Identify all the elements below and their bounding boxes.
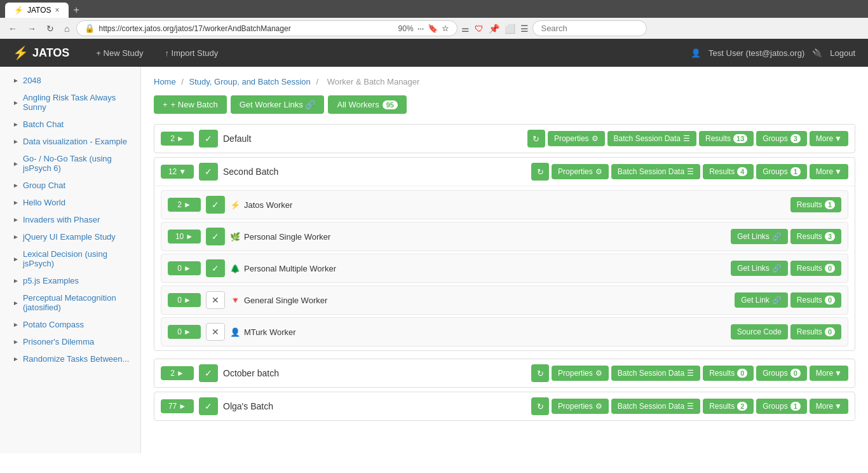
breadcrumb-home[interactable]: Home [154, 77, 176, 86]
worker-gsingle-actions: Get Link 🔗 Results 0 [735, 292, 841, 308]
batch-october-active-btn[interactable]: ✓ [199, 364, 218, 382]
new-tab-btn[interactable]: + [74, 4, 79, 16]
new-batch-btn[interactable]: + + New Batch [154, 95, 227, 114]
sidebar-item-2048[interactable]: ► 2048 [0, 72, 140, 89]
worker-row-general-single: 0 ► ✕ 🔻 General Single Worker Get Link 🔗 [161, 285, 848, 315]
breadcrumb-study-group[interactable]: Study, Group, and Batch Session [189, 77, 311, 86]
worker-mturk-source-btn[interactable]: Source Code [731, 324, 788, 339]
sidebar-item-gonogo[interactable]: ► Go- / No-Go Task (using jsPsych 6) [0, 150, 140, 177]
batch-olgas-results-btn[interactable]: Results 2 [703, 399, 754, 414]
sidebar-item-batch-chat[interactable]: ► Batch Chat [0, 116, 140, 133]
batch-olgas-count-btn[interactable]: 77 ► [161, 399, 194, 413]
chevron-right-icon: ► [184, 200, 191, 209]
all-workers-btn[interactable]: All Workers 95 [328, 95, 406, 114]
batch-olgas-results-count: 2 [737, 402, 747, 411]
batch-olgas-session-btn[interactable]: Batch Session Data ☰ [611, 399, 700, 414]
worker-psingle-count-btn[interactable]: 10 ► [168, 230, 201, 243]
sidebar-item-hello-world[interactable]: ► Hello World [0, 194, 140, 211]
worker-gsingle-count-btn[interactable]: 0 ► [168, 293, 201, 307]
url-text[interactable]: https://cortex.jatos.org/jatos/17/worker… [98, 24, 394, 33]
batch-october-count-btn[interactable]: 2 ► [161, 366, 194, 380]
batch-olgas-more-btn[interactable]: More ▼ [810, 399, 848, 414]
worker-psingle-getlinks-btn[interactable]: Get Links 🔗 [731, 229, 788, 244]
worker-jatos-results-btn[interactable]: Results 1 [790, 197, 841, 212]
batch-default-active-btn[interactable]: ✓ [199, 130, 218, 147]
sidebar-item-label: Lexical Decision (using jsPsych) [23, 249, 130, 268]
forward-btn[interactable]: → [24, 22, 39, 35]
batch-october-session-btn[interactable]: Batch Session Data ☰ [611, 366, 700, 381]
batch-second-groups-btn[interactable]: Groups 1 [756, 164, 806, 179]
worker-mturk-results-btn[interactable]: Results 0 [790, 324, 841, 339]
batch-olgas-groups-btn[interactable]: Groups 1 [756, 399, 806, 414]
batch-second-session-btn[interactable]: Batch Session Data ☰ [611, 164, 700, 179]
worker-jatos-count-btn[interactable]: 2 ► [168, 198, 201, 212]
sidebar-item-prisoners[interactable]: ► Prisoner's Dilemma [0, 333, 140, 350]
import-study-btn[interactable]: ↑ Import Study [157, 43, 226, 63]
header-right: 👤 Test User (test@jatos.org) 🔌 Logout [691, 48, 855, 58]
logo-icon: ⚡ [13, 45, 29, 60]
batch-second-groups-count: 1 [790, 167, 801, 176]
batch-olgas-active-btn[interactable]: ✓ [199, 397, 218, 415]
batch-default-results-btn[interactable]: Results 13 [699, 131, 754, 146]
batch-second-refresh-btn[interactable]: ↻ [531, 163, 549, 181]
back-btn[interactable]: ← [5, 22, 20, 35]
sidebar-item-p5[interactable]: ► p5.js Examples [0, 272, 140, 289]
worker-psingle-count: 10 [175, 232, 184, 241]
browser-search-input[interactable] [532, 20, 647, 36]
sidebar-item-potato[interactable]: ► Potato Compass [0, 316, 140, 333]
refresh-nav-btn[interactable]: ↻ [43, 22, 57, 35]
batch-default-properties-btn[interactable]: Properties ⚙ [548, 131, 605, 146]
home-btn[interactable]: ⌂ [61, 22, 72, 35]
batch-default-groups-btn[interactable]: Groups 3 [756, 131, 806, 146]
batch-olgas-refresh-btn[interactable]: ↻ [531, 397, 549, 415]
browser-tab[interactable]: ⚡ JATOS × [5, 3, 69, 18]
chevron-right-icon: ► [13, 199, 19, 206]
worker-mturk-count: 0 [177, 327, 182, 336]
settings-icon: ⚙ [595, 402, 602, 411]
worker-jatos-active-btn[interactable]: ✓ [206, 196, 225, 214]
batch-second-results-btn[interactable]: Results 4 [703, 164, 754, 179]
batch-october-refresh-btn[interactable]: ↻ [531, 364, 549, 382]
batch-october-more-btn[interactable]: More ▼ [810, 366, 848, 381]
batch-default-count-btn[interactable]: 2 ► [161, 132, 194, 146]
worker-pmultiple-results-btn[interactable]: Results 0 [790, 261, 841, 276]
batch-olgas-properties-btn[interactable]: Properties ⚙ [552, 399, 609, 414]
batch-default-more-btn[interactable]: More ▼ [810, 131, 848, 146]
get-worker-links-btn[interactable]: Get Worker Links 🔗 [231, 95, 325, 114]
worker-mturk-count-btn[interactable]: 0 ► [168, 325, 201, 339]
new-study-btn[interactable]: + New Study [88, 43, 151, 63]
sidebar-item-invaders[interactable]: ► Invaders with Phaser [0, 211, 140, 228]
batch-second-properties-btn[interactable]: Properties ⚙ [552, 164, 609, 179]
sidebar-item-randomize[interactable]: ► Randomize Tasks Between... [0, 350, 140, 367]
sidebar-item-jquery[interactable]: ► jQuery UI Example Study [0, 228, 140, 245]
batch-default-session-btn[interactable]: Batch Session Data ☰ [607, 131, 696, 146]
sidebar-item-perceptual[interactable]: ► Perceptual Metacognition (jatosified) [0, 289, 140, 316]
worker-psingle-active-btn[interactable]: ✓ [206, 228, 225, 245]
worker-psingle-results-btn[interactable]: Results 3 [790, 229, 841, 244]
worker-pmultiple-getlinks-btn[interactable]: Get Links 🔗 [731, 261, 788, 276]
worker-pmultiple-count-btn[interactable]: 0 ► [168, 261, 201, 275]
batch-october-results-btn[interactable]: Results 0 [703, 366, 754, 381]
sidebar-item-data-viz[interactable]: ► Data visualization - Example [0, 133, 140, 150]
zoom-level: 90% [398, 24, 414, 33]
logout-btn[interactable]: Logout [830, 48, 855, 58]
sidebar-item-angling[interactable]: ► Angling Risk Task Always Sunny [0, 89, 140, 116]
sidebar-item-lexical[interactable]: ► Lexical Decision (using jsPsych) [0, 245, 140, 272]
batch-october-properties-btn[interactable]: Properties ⚙ [552, 366, 609, 381]
batch-second-active-btn[interactable]: ✓ [199, 163, 218, 181]
batch-row-default: 2 ► ✓ Default ↻ Properties ⚙ Batch Sessi… [154, 124, 855, 153]
worker-mturk-inactive-btn[interactable]: ✕ [206, 323, 225, 341]
batch-second-more-btn[interactable]: More ▼ [810, 164, 848, 179]
batch-second-count-btn[interactable]: 12 ▼ [161, 165, 194, 179]
results-label: Results [797, 296, 822, 305]
batch-default-refresh-btn[interactable]: ↻ [527, 130, 545, 147]
chevron-right-icon: ► [179, 402, 186, 411]
worker-gsingle-results-btn[interactable]: Results 0 [790, 292, 841, 308]
star-icon: ☆ [442, 24, 449, 33]
sidebar-item-group-chat[interactable]: ► Group Chat [0, 177, 140, 194]
worker-gsingle-inactive-btn[interactable]: ✕ [206, 291, 225, 309]
tab-close-btn[interactable]: × [55, 6, 60, 15]
worker-gsingle-getlink-btn[interactable]: Get Link 🔗 [735, 292, 788, 308]
worker-pmultiple-active-btn[interactable]: ✓ [206, 259, 225, 277]
batch-october-groups-btn[interactable]: Groups 0 [756, 366, 806, 381]
